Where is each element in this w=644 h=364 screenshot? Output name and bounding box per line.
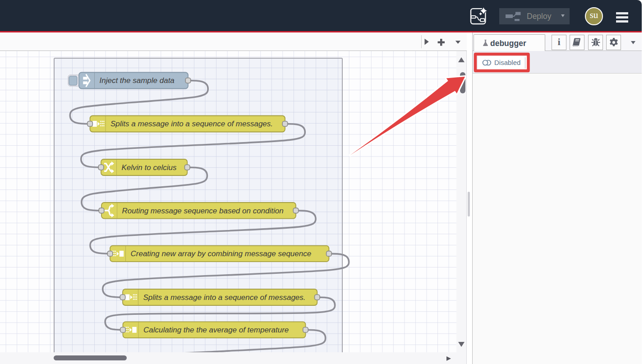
svg-text:Routing message sequence based: Routing message sequence based on condit…	[122, 207, 284, 215]
svg-text:Kelvin to celcius: Kelvin to celcius	[122, 163, 177, 172]
svg-text:Calculating the the average of: Calculating the the average of temperatu…	[143, 326, 289, 334]
svg-text:Inject the sample data: Inject the sample data	[100, 76, 175, 85]
svg-text:Splits a message into a sequen: Splits a message into a sequence of mess…	[143, 293, 306, 302]
svg-text:Splits a message into a sequen: Splits a message into a sequence of mess…	[110, 120, 273, 128]
svg-text:Creating new array by combinin: Creating new array by combining message …	[131, 249, 312, 258]
